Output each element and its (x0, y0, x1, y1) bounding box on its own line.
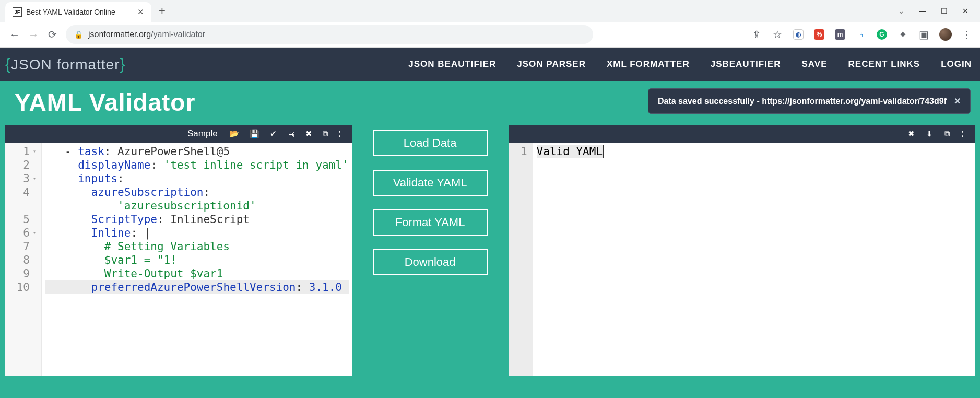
toast-text: Data saved successfully - https://jsonfo… (658, 97, 947, 106)
output-content: Valid YAML (533, 143, 608, 376)
output-gutter: 1 (509, 143, 533, 376)
toast-notification: Data saved successfully - https://jsonfo… (648, 88, 971, 114)
input-gutter: 1▾23▾4 56▾78910 (5, 143, 42, 376)
nav-bar: ← → ⟳ 🔒 jsonformatter.org/yaml-validator… (0, 22, 980, 47)
save-icon[interactable]: 💾 (250, 129, 259, 138)
extension-icon-2[interactable]: % (814, 29, 824, 40)
close-window-icon[interactable]: ✕ (962, 7, 969, 15)
input-code-content[interactable]: - task: AzurePowerShell@5 displayName: '… (42, 143, 352, 376)
site-nav: JSON BEAUTIFIER JSON PARSER XML FORMATTE… (408, 59, 972, 69)
workspace: Sample 📂 💾 ✔ 🖨 ✖ ⧉ ⛶ 1▾23▾4 56▾78910 - t… (5, 125, 975, 376)
clear-icon[interactable]: ✖ (305, 129, 312, 138)
output-download-icon[interactable]: ⬇ (926, 129, 933, 138)
action-column: Load Data Validate YAML Format YAML Down… (352, 125, 509, 376)
input-toolbar: Sample 📂 💾 ✔ 🖨 ✖ ⧉ ⛶ (5, 125, 352, 143)
output-clear-icon[interactable]: ✖ (908, 129, 915, 138)
page-body: YAML Validator Data saved successfully -… (0, 81, 980, 398)
site-logo[interactable]: {JSON formatter} (5, 55, 126, 73)
browser-chrome: JF Best YAML Validator Online ✕ + ⌄ — ☐ … (0, 0, 980, 48)
url-text: jsonformatter.org/yaml-validator (88, 30, 205, 39)
output-panel: ✖ ⬇ ⧉ ⛶ 1 Valid YAML (509, 125, 975, 376)
menu-icon[interactable]: ⋮ (962, 29, 971, 40)
extensions-icon[interactable]: ✦ (898, 28, 908, 41)
output-toolbar: ✖ ⬇ ⧉ ⛶ (509, 125, 975, 143)
input-code-area[interactable]: 1▾23▾4 56▾78910 - task: AzurePowerShell@… (5, 143, 352, 376)
format-yaml-button[interactable]: Format YAML (373, 209, 488, 236)
bookmark-icon[interactable]: ☆ (772, 28, 783, 41)
nav-json-parser[interactable]: JSON PARSER (517, 59, 586, 69)
extension-icon-5[interactable]: G (877, 29, 887, 40)
forward-icon[interactable]: → (28, 29, 39, 41)
browser-tab[interactable]: JF Best YAML Validator Online ✕ (5, 2, 151, 22)
tab-strip: JF Best YAML Validator Online ✕ + ⌄ — ☐ … (0, 0, 980, 22)
site-header: {JSON formatter} JSON BEAUTIFIER JSON PA… (0, 48, 980, 81)
print-icon[interactable]: 🖨 (287, 130, 295, 138)
window-controls: ⌄ — ☐ ✕ (898, 7, 980, 15)
output-code-area[interactable]: 1 Valid YAML (509, 143, 975, 376)
extension-icon-4[interactable]: ⑃ (856, 29, 866, 40)
nav-xml-formatter[interactable]: XML FORMATTER (607, 59, 690, 69)
maximize-icon[interactable]: ☐ (941, 7, 948, 15)
copy-icon[interactable]: ⧉ (323, 129, 328, 138)
nav-save[interactable]: SAVE (801, 59, 827, 69)
tabs-dropdown-icon[interactable]: ⌄ (898, 7, 904, 15)
minimize-icon[interactable]: — (919, 7, 926, 15)
tab-title: Best YAML Validator Online (26, 8, 133, 16)
output-fullscreen-icon[interactable]: ⛶ (962, 130, 970, 138)
share-icon[interactable]: ⇪ (751, 28, 762, 41)
input-editor-panel: Sample 📂 💾 ✔ 🖨 ✖ ⧉ ⛶ 1▾23▾4 56▾78910 - t… (5, 125, 352, 376)
toast-close-icon[interactable]: ✕ (954, 96, 961, 106)
load-data-button[interactable]: Load Data (373, 130, 488, 156)
profile-avatar[interactable] (939, 28, 952, 41)
nav-json-beautifier[interactable]: JSON BEAUTIFIER (408, 59, 496, 69)
favicon: JF (13, 7, 22, 17)
open-file-icon[interactable]: 📂 (229, 129, 239, 138)
output-copy-icon[interactable]: ⧉ (944, 129, 950, 138)
sample-link[interactable]: Sample (187, 128, 218, 139)
fullscreen-icon[interactable]: ⛶ (339, 130, 347, 138)
sidepanel-icon[interactable]: ▣ (918, 28, 929, 41)
nav-jsbeautifier[interactable]: JSBEAUTIFIER (711, 59, 781, 69)
back-icon[interactable]: ← (9, 29, 20, 41)
validate-yaml-button[interactable]: Validate YAML (373, 170, 488, 196)
reload-icon[interactable]: ⟳ (47, 28, 57, 41)
address-bar[interactable]: 🔒 jsonformatter.org/yaml-validator (66, 25, 593, 44)
new-tab-button[interactable]: + (155, 4, 170, 18)
nav-right: ⇪ ☆ ◐ % m ⑃ G ✦ ▣ ⋮ (751, 28, 971, 41)
tab-close-icon[interactable]: ✕ (137, 7, 144, 17)
extension-icon-1[interactable]: ◐ (793, 29, 804, 40)
nav-login[interactable]: LOGIN (941, 59, 972, 69)
extension-icon-3[interactable]: m (835, 29, 845, 40)
validate-icon[interactable]: ✔ (270, 129, 277, 138)
download-button[interactable]: Download (373, 249, 488, 275)
lock-icon: 🔒 (74, 30, 83, 39)
nav-recent-links[interactable]: RECENT LINKS (848, 59, 920, 69)
